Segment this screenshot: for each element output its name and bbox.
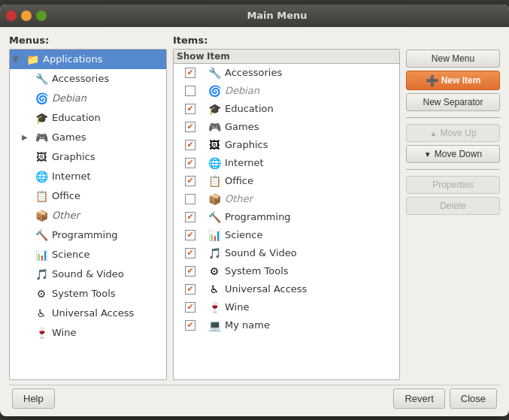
menu-label-science: Science	[52, 249, 89, 260]
menu-item-systemtools[interactable]: ⚙System Tools	[10, 284, 166, 304]
apps-icon: 📁	[25, 52, 40, 67]
main-window: Main Menu Menus: ▼📁Applications🔧Accessor…	[0, 5, 509, 416]
universalaccess-row-icon: ♿	[207, 282, 222, 297]
internet-icon: 🌐	[34, 169, 49, 184]
menu-label-other: Other	[52, 210, 80, 221]
menu-item-graphics[interactable]: 🖼Graphics	[10, 147, 166, 167]
menu-item-programming[interactable]: 🔨Programming	[10, 225, 166, 245]
move-up-label: Move Up	[440, 128, 476, 138]
items-row-office[interactable]: ✔📋Office	[174, 172, 399, 190]
checkbox-wrap-systemtools: ✔	[177, 266, 204, 276]
items-row-other[interactable]: 📦Other	[174, 190, 399, 208]
menu-item-education[interactable]: 🎓Education	[10, 108, 166, 128]
checkbox-soundvideo[interactable]: ✔	[185, 248, 195, 258]
row-label-universalaccess: Universal Access	[225, 283, 307, 295]
row-label-office: Office	[225, 175, 253, 186]
science-row-icon: 📊	[207, 228, 222, 243]
checkbox-wrap-science: ✔	[177, 230, 204, 240]
checkbox-wrap-other	[177, 194, 204, 204]
items-row-science[interactable]: ✔📊Science	[174, 226, 399, 244]
checkbox-myname[interactable]: ✔	[185, 320, 195, 331]
menu-item-internet[interactable]: 🌐Internet	[10, 167, 166, 186]
row-label-systemtools: System Tools	[225, 265, 289, 276]
items-row-graphics[interactable]: ✔🖼Graphics	[174, 136, 399, 154]
menu-item-accessories[interactable]: 🔧Accessories	[10, 69, 166, 89]
items-row-myname[interactable]: ✔💻My name	[174, 316, 399, 334]
items-row-programming[interactable]: ✔🔨Programming	[174, 208, 399, 226]
move-up-button[interactable]: Move Up	[406, 124, 500, 142]
checkbox-accessories[interactable]: ✔	[185, 68, 195, 78]
graphics-row-icon: 🖼	[207, 137, 222, 153]
new-item-label: New Item	[441, 75, 481, 86]
menu-item-games[interactable]: ▶🎮Games	[10, 128, 166, 147]
items-row-systemtools[interactable]: ✔⚙System Tools	[174, 262, 399, 280]
show-column-header: Show	[177, 51, 207, 62]
close-dialog-button[interactable]: Close	[450, 388, 497, 409]
items-list[interactable]: ShowItem✔🔧Accessories🌀Debian✔🎓Education✔…	[173, 49, 400, 380]
separator-divider2	[406, 169, 500, 170]
items-row-wine[interactable]: ✔🍷Wine	[174, 298, 399, 316]
menu-label-office: Office	[52, 190, 80, 201]
debian-icon: 🌀	[34, 91, 49, 106]
close-button[interactable]	[6, 11, 17, 21]
science-icon: 📊	[34, 247, 49, 262]
items-row-accessories[interactable]: ✔🔧Accessories	[174, 64, 399, 82]
checkbox-science[interactable]: ✔	[185, 230, 195, 240]
menu-label-applications: Applications	[43, 53, 102, 65]
checkbox-wrap-office: ✔	[177, 176, 204, 186]
menu-label-wine: Wine	[52, 327, 76, 338]
checkbox-games[interactable]: ✔	[185, 122, 195, 132]
menu-item-science[interactable]: 📊Science	[10, 245, 166, 264]
menus-list[interactable]: ▼📁Applications🔧Accessories🌀Debian🎓Educat…	[9, 49, 167, 380]
new-item-button[interactable]: ➕ New Item	[406, 71, 500, 90]
panes-row: Menus: ▼📁Applications🔧Accessories🌀Debian…	[9, 35, 500, 380]
other-icon: 📦	[34, 208, 49, 223]
menu-item-debian[interactable]: 🌀Debian	[10, 89, 166, 108]
menu-label-soundvideo: Sound & Video	[52, 268, 124, 279]
menu-item-office[interactable]: 📋Office	[10, 186, 166, 206]
arrow-up-icon	[430, 128, 438, 138]
new-menu-button[interactable]: New Menu	[406, 50, 500, 68]
items-row-universalaccess[interactable]: ✔♿Universal Access	[174, 280, 399, 298]
menu-item-soundvideo[interactable]: 🎵Sound & Video	[10, 264, 166, 284]
delete-button[interactable]: Delete	[406, 197, 500, 215]
accessories-row-icon: 🔧	[207, 65, 222, 80]
menu-item-wine[interactable]: 🍷Wine	[10, 323, 166, 343]
checkbox-programming[interactable]: ✔	[185, 212, 195, 222]
row-label-myname: My name	[225, 319, 270, 331]
properties-button[interactable]: Properties	[406, 176, 500, 194]
items-row-soundvideo[interactable]: ✔🎵Sound & Video	[174, 244, 399, 262]
checkbox-office[interactable]: ✔	[185, 176, 195, 186]
checkbox-graphics[interactable]: ✔	[185, 140, 195, 150]
new-separator-button[interactable]: New Separator	[406, 93, 500, 111]
minimize-button[interactable]	[21, 11, 32, 21]
row-label-science: Science	[225, 229, 262, 240]
menu-label-games: Games	[52, 131, 86, 143]
items-row-games[interactable]: ✔🎮Games	[174, 118, 399, 136]
help-button[interactable]: Help	[12, 388, 55, 409]
items-row-education[interactable]: ✔🎓Education	[174, 100, 399, 118]
move-down-button[interactable]: Move Down	[406, 145, 500, 163]
checkbox-debian[interactable]	[185, 86, 195, 96]
menu-item-applications[interactable]: ▼📁Applications	[10, 50, 166, 69]
checkbox-universalaccess[interactable]: ✔	[185, 284, 195, 295]
systemtools-row-icon: ⚙	[207, 264, 222, 279]
maximize-button[interactable]	[36, 11, 47, 21]
items-row-internet[interactable]: ✔🌐Internet	[174, 154, 399, 172]
checkbox-wrap-games: ✔	[177, 122, 204, 132]
checkbox-wine[interactable]: ✔	[185, 302, 195, 313]
myname-row-icon: 💻	[207, 318, 222, 333]
menu-label-graphics: Graphics	[52, 151, 95, 162]
checkbox-internet[interactable]: ✔	[185, 158, 195, 168]
titlebar: Main Menu	[0, 5, 509, 27]
other-row-icon: 📦	[207, 192, 222, 207]
checkbox-systemtools[interactable]: ✔	[185, 266, 195, 276]
checkbox-wrap-internet: ✔	[177, 158, 204, 168]
checkbox-other[interactable]	[185, 194, 195, 204]
checkbox-wrap-wine: ✔	[177, 302, 204, 313]
menu-item-other[interactable]: 📦Other	[10, 206, 166, 225]
menu-item-universalaccess[interactable]: ♿Universal Access	[10, 304, 166, 323]
checkbox-education[interactable]: ✔	[185, 104, 195, 114]
items-row-debian[interactable]: 🌀Debian	[174, 82, 399, 100]
revert-button[interactable]: Revert	[393, 388, 444, 409]
